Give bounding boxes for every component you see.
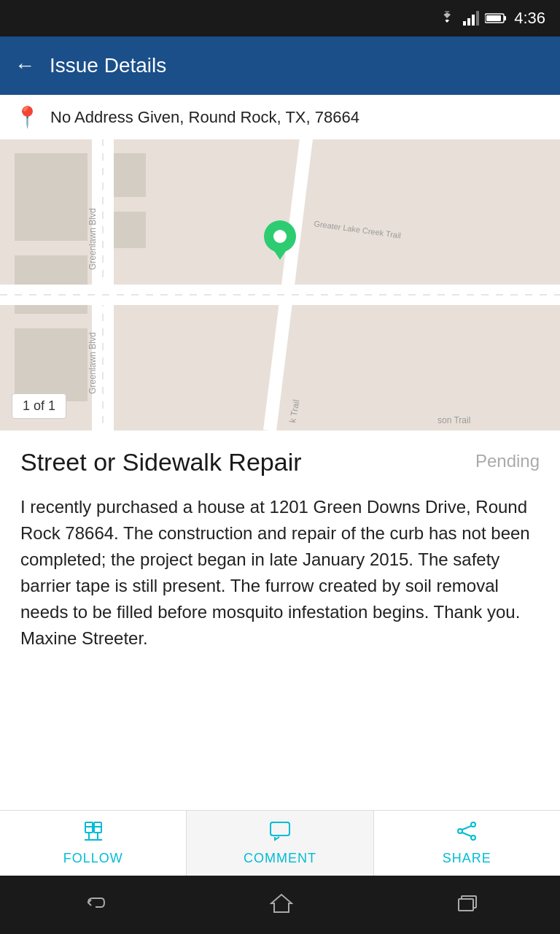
issue-header: Street or Sidewalk Repair Pending	[20, 448, 540, 476]
page-title: Issue Details	[50, 54, 166, 77]
comment-label: COMMENT	[244, 851, 316, 866]
svg-rect-5	[504, 16, 506, 20]
system-nav-bar	[0, 876, 560, 934]
location-pin-icon: 📍	[15, 105, 40, 129]
svg-rect-1	[467, 18, 470, 26]
map-background: Greenlawn Blvd Greenlawn Blvd Greater La…	[0, 139, 560, 431]
comment-icon	[269, 821, 291, 846]
svg-rect-6	[486, 15, 501, 21]
map-location-marker	[258, 216, 302, 270]
home-nav-button[interactable]	[270, 892, 293, 919]
back-nav-button[interactable]	[81, 892, 107, 918]
svg-rect-41	[459, 899, 473, 911]
svg-line-37	[462, 826, 471, 830]
follow-label: FOLLOW	[63, 851, 123, 866]
map-svg: Greenlawn Blvd Greenlawn Blvd Greater La…	[0, 139, 560, 431]
comment-button[interactable]: COMMENT	[186, 811, 373, 876]
issue-status: Pending	[475, 451, 540, 471]
svg-point-34	[471, 822, 475, 827]
status-bar: 4:36	[0, 0, 560, 36]
share-icon	[456, 821, 478, 846]
svg-rect-0	[463, 21, 466, 26]
svg-rect-8	[15, 153, 88, 241]
svg-point-36	[458, 829, 462, 833]
issue-title: Street or Sidewalk Repair	[20, 448, 302, 476]
svg-rect-33	[271, 822, 289, 835]
svg-marker-25	[271, 247, 289, 260]
svg-rect-3	[476, 11, 479, 26]
status-time: 4:36	[514, 9, 545, 28]
content-area: Street or Sidewalk Repair Pending I rece…	[0, 431, 560, 810]
wifi-icon	[437, 11, 457, 26]
follow-button[interactable]: FOLLOW	[0, 811, 186, 876]
share-label: SHARE	[443, 851, 491, 866]
svg-text:son Trail: son Trail	[438, 415, 470, 425]
share-button[interactable]: SHARE	[374, 811, 560, 876]
action-bar: FOLLOW COMMENT SHARE	[0, 810, 560, 876]
signal-icon	[463, 11, 479, 26]
svg-line-38	[462, 833, 471, 836]
status-icons	[437, 11, 507, 26]
map-container: 📍 No Address Given, Round Rock, TX, 7866…	[0, 95, 560, 431]
map-address-bar: 📍 No Address Given, Round Rock, TX, 7866…	[0, 95, 560, 139]
svg-marker-39	[271, 895, 292, 912]
svg-text:Greenlawn Blvd: Greenlawn Blvd	[88, 208, 98, 270]
map-counter: 1 of 1	[12, 393, 66, 419]
back-button[interactable]: ←	[15, 54, 35, 77]
battery-icon	[485, 12, 507, 24]
map-address: No Address Given, Round Rock, TX, 78664	[50, 108, 359, 127]
svg-point-24	[273, 230, 287, 243]
svg-rect-10	[15, 328, 88, 401]
follow-icon	[82, 821, 104, 846]
svg-rect-2	[472, 15, 475, 26]
issue-description: I recently purchased a house at 1201 Gre…	[20, 494, 540, 652]
app-header: ← Issue Details	[0, 36, 560, 95]
svg-point-35	[471, 835, 475, 840]
recents-nav-button[interactable]	[456, 893, 479, 917]
svg-text:Greenlawn Blvd: Greenlawn Blvd	[88, 332, 98, 394]
